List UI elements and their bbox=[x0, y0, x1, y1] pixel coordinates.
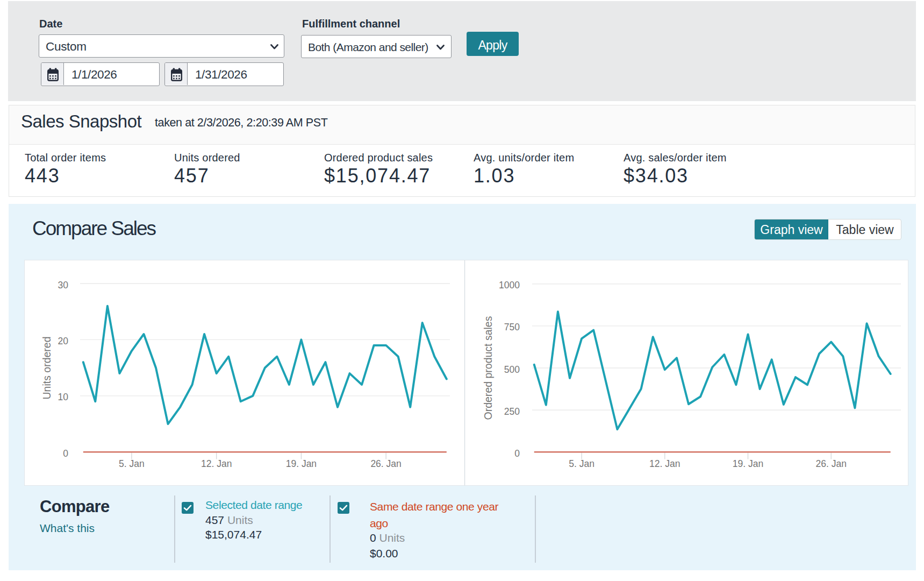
svg-text:26. Jan: 26. Jan bbox=[815, 458, 846, 469]
svg-text:250: 250 bbox=[504, 406, 520, 417]
svg-text:20: 20 bbox=[58, 336, 69, 346]
svg-text:12. Jan: 12. Jan bbox=[201, 458, 232, 469]
svg-text:30: 30 bbox=[58, 280, 69, 290]
svg-text:0: 0 bbox=[514, 448, 520, 459]
svg-text:19. Jan: 19. Jan bbox=[733, 458, 763, 469]
svg-text:Units ordered: Units ordered bbox=[41, 336, 53, 399]
svg-text:1000: 1000 bbox=[499, 280, 520, 290]
svg-text:750: 750 bbox=[504, 322, 520, 332]
svg-text:12. Jan: 12. Jan bbox=[649, 458, 680, 469]
svg-text:19. Jan: 19. Jan bbox=[286, 458, 317, 469]
svg-text:Ordered product sales: Ordered product sales bbox=[482, 316, 494, 420]
svg-text:500: 500 bbox=[504, 364, 520, 375]
svg-text:5. Jan: 5. Jan bbox=[569, 458, 594, 469]
svg-text:10: 10 bbox=[58, 392, 69, 402]
svg-text:26. Jan: 26. Jan bbox=[370, 458, 401, 469]
svg-text:5. Jan: 5. Jan bbox=[119, 458, 145, 469]
svg-text:0: 0 bbox=[63, 448, 68, 459]
